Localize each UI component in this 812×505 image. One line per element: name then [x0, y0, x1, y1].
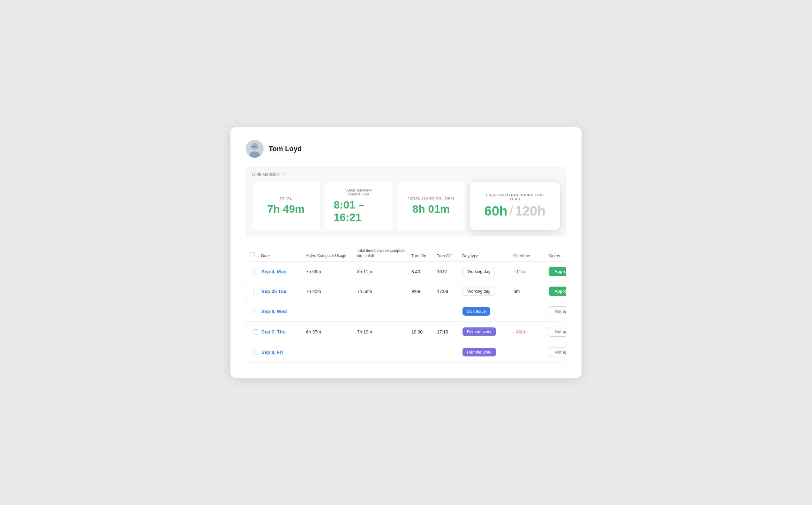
col-header-turn-off: Turn Off [437, 254, 462, 258]
hide-statistics-button[interactable]: Hide statistics ⌃ [252, 172, 285, 177]
table-row: Sep 35 Tue 7h 20m 7h 58m 9:09 17:08 Work… [246, 282, 566, 301]
stat-totalturn-label: TOTAL (TURN ON / OFF) [408, 196, 455, 200]
col-header-checkbox[interactable] [250, 252, 261, 258]
svg-point-3 [251, 143, 258, 150]
stat-total-label: TOTAL [279, 196, 293, 200]
profile-row: Tom Loyd [246, 140, 566, 158]
row-status-3[interactable]: Not approved [549, 306, 566, 316]
profile-name: Tom Loyd [269, 145, 302, 153]
stat-totalturn-value: 8h 01m [413, 203, 450, 215]
vacation-slash: / [509, 203, 513, 219]
day-type-badge-3[interactable]: Sick leave [462, 307, 490, 316]
status-badge-4[interactable]: Not approved [549, 327, 566, 337]
avatar [246, 140, 264, 158]
row-total-1: 8h 11m [357, 269, 412, 274]
row-daytype-1[interactable]: Working day [462, 267, 513, 276]
select-all-checkbox[interactable] [250, 252, 255, 257]
stat-total-value: 7h 49m [267, 203, 305, 215]
vacation-used: 60h [484, 203, 507, 219]
row-active-2: 7h 20m [306, 289, 357, 294]
table-body: Sep 4, Mon 7h 59m 8h 11m 8:40 16:51 Work… [246, 262, 566, 362]
col-header-overtime: Overtime [513, 254, 548, 258]
col-header-turn-on: Turn On [411, 254, 437, 258]
stat-card-vacation: USED VACATION HOURS THIS YEAR 60h / 120h [470, 182, 560, 230]
row-date-4[interactable]: Sep 7, Thu [261, 329, 306, 334]
row-turnon-4: 10:00 [412, 329, 437, 334]
stat-card-total-turn: TOTAL (TURN ON / OFF) 8h 01m [397, 182, 465, 230]
row-daytype-3[interactable]: Sick leave [462, 307, 513, 316]
col-header-status: Status [548, 254, 599, 258]
hide-stats-label: Hide statistics [252, 172, 279, 177]
vacation-hours-display: 60h / 120h [484, 203, 546, 219]
table-section: Date Active Computer Usage Total time be… [246, 246, 566, 362]
col-header-date: Date [261, 254, 306, 258]
stats-section: Hide statistics ⌃ TOTAL 7h 49m TURN ON/O… [246, 167, 566, 236]
table-row: Sep 7, Thu 6h 37m 7h 19m 10:00 17:19 Rem… [246, 322, 566, 342]
day-type-badge-2[interactable]: Working day [462, 287, 495, 296]
row-status-1[interactable]: Approved [549, 267, 566, 276]
row-status-4[interactable]: Not approved [549, 327, 566, 337]
col-header-total-time: Total time between computer turn on/off [357, 248, 411, 258]
vacation-total: 120h [515, 203, 546, 219]
row-overtime-2: 0m [513, 289, 549, 294]
row-daytype-5[interactable]: Remote work [462, 348, 513, 356]
day-type-badge-4[interactable]: Remote work [462, 327, 496, 336]
status-badge-1[interactable]: Approved [549, 267, 566, 276]
row-overtime-1: - 11m [513, 269, 549, 274]
day-type-badge-1[interactable]: Working day [462, 267, 495, 276]
table-header: Date Active Computer Usage Total time be… [246, 246, 566, 260]
row-checkbox-2[interactable] [250, 289, 261, 294]
row-status-5[interactable]: Not approved [549, 347, 566, 357]
row-checkbox-4[interactable] [250, 329, 261, 334]
svg-point-2 [250, 151, 260, 158]
row-date-5[interactable]: Sep 8, Fri [261, 349, 306, 355]
status-badge-3[interactable]: Not approved [549, 306, 566, 316]
stat-card-turn-on-off: TURN ON/OFF COMPUTER 8:01 – 16:21 [325, 182, 392, 230]
table-row: Sep 8, Fri Remote work Not approved [246, 342, 566, 362]
row-status-2[interactable]: Approved [549, 287, 566, 296]
row-date-2[interactable]: Sep 35 Tue [261, 289, 306, 294]
stat-turnonoff-value: 8:01 – 16:21 [334, 199, 383, 223]
stats-cards: TOTAL 7h 49m TURN ON/OFF COMPUTER 8:01 –… [252, 182, 560, 230]
stat-turnonoff-label: TURN ON/OFF COMPUTER [334, 188, 383, 196]
col-header-day-type: Day type [462, 254, 513, 258]
row-turnoff-1: 16:51 [437, 269, 462, 274]
status-badge-5[interactable]: Not approved [549, 347, 566, 357]
row-active-4: 6h 37m [306, 329, 357, 334]
table-row: Sep 4, Mon 7h 59m 8h 11m 8:40 16:51 Work… [246, 262, 566, 282]
row-turnon-2: 9:09 [412, 289, 437, 294]
row-overtime-4: - 40m [513, 329, 549, 334]
row-daytype-4[interactable]: Remote work [462, 327, 513, 336]
row-total-4: 7h 19m [357, 329, 412, 334]
stat-card-total: TOTAL 7h 49m [252, 182, 320, 230]
row-daytype-2[interactable]: Working day [462, 287, 513, 296]
table-row: Sep 6, Wed Sick leave Not approved [246, 301, 566, 322]
chevron-up-icon: ⌃ [281, 172, 285, 177]
row-checkbox-5[interactable] [250, 350, 261, 355]
row-checkbox-1[interactable] [250, 269, 261, 274]
row-date-1[interactable]: Sep 4, Mon [261, 269, 306, 274]
col-header-active-usage: Active Computer Usage [306, 254, 357, 259]
row-turnoff-2: 17:08 [437, 289, 462, 294]
status-badge-2[interactable]: Approved [549, 287, 566, 296]
row-total-2: 7h 58m [357, 289, 412, 294]
row-checkbox-3[interactable] [250, 309, 261, 314]
main-card: Tom Loyd Hide statistics ⌃ TOTAL 7h 49m … [230, 127, 582, 378]
row-date-3[interactable]: Sep 6, Wed [261, 309, 306, 314]
row-turnon-1: 8:40 [412, 269, 437, 274]
row-turnoff-4: 17:19 [437, 329, 462, 334]
day-type-badge-5[interactable]: Remote work [462, 348, 496, 356]
row-active-1: 7h 59m [306, 269, 357, 274]
stat-vacation-label: USED VACATION HOURS THIS YEAR [480, 193, 550, 201]
